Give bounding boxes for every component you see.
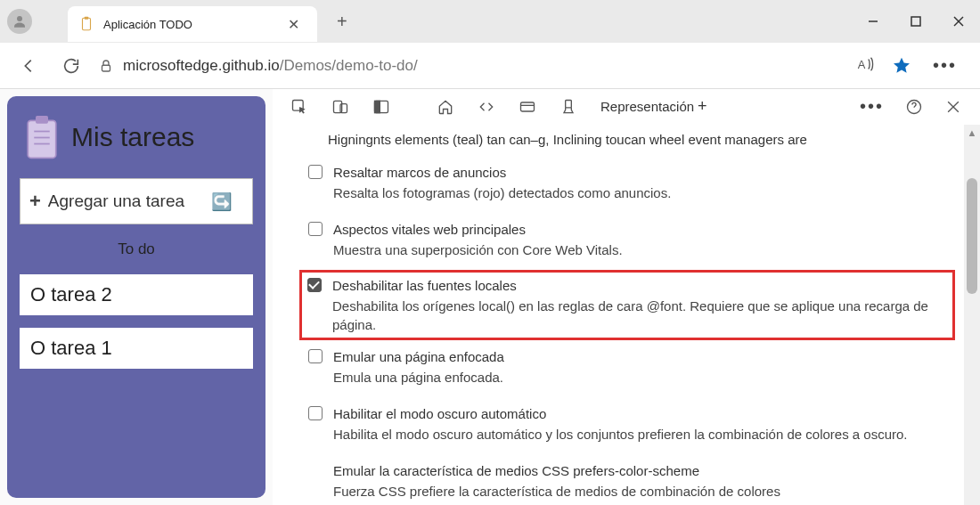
option-title: Emular una página enfocada [333, 347, 504, 366]
checkbox[interactable] [308, 222, 323, 236]
option-desc: Emula una página enfocada. [333, 368, 504, 387]
lock-icon [98, 58, 114, 74]
todo-app-panel: Mis tareas + Agregar una tarea ↪️ To do … [7, 96, 265, 498]
clipboard-icon [78, 16, 94, 32]
intro-text: Higningnts elements (teal) tan can–g, In… [328, 132, 955, 147]
svg-rect-22 [566, 100, 572, 107]
option-desc: Fuerza CSS prefiere la característica de… [333, 482, 780, 501]
option-desc: Resalta los fotogramas (rojo) detectados… [333, 183, 671, 202]
devtools-toolbar: Representación + ••• [273, 89, 980, 125]
svg-text:A: A [858, 57, 866, 70]
app-header: Mis tareas [20, 109, 253, 166]
tab-title: Aplicación TODO [103, 18, 192, 31]
checkbox[interactable] [308, 349, 323, 363]
task-item[interactable]: O tarea 1 [20, 328, 253, 369]
option-title: Habilitar el modo oscuro automático [333, 404, 908, 423]
maximize-button[interactable] [894, 0, 937, 43]
rendering-options-list: Higningnts elements (teal) tan can–g, In… [273, 125, 964, 505]
clipboard-icon [23, 116, 61, 159]
svg-rect-20 [521, 102, 535, 111]
task-item[interactable]: O tarea 2 [20, 274, 253, 315]
svg-rect-19 [375, 101, 380, 112]
browser-tab[interactable]: Aplicación TODO ✕ [68, 6, 317, 42]
profile-icon[interactable] [7, 9, 32, 34]
devtools-menu-button[interactable]: ••• [854, 96, 889, 117]
option-highlight-ad-frames: Resaltar marcos de anuncios Resalta los … [308, 156, 955, 213]
option-core-web-vitals: Aspectos vitales web principales Muestra… [308, 213, 955, 270]
tab-close-icon[interactable]: ✕ [284, 16, 303, 33]
window-titlebar: Aplicación TODO ✕ + [0, 0, 980, 43]
app-title: Mis tareas [71, 122, 194, 152]
svg-rect-2 [85, 17, 89, 20]
add-task-label: Agregar una tarea [48, 191, 184, 211]
plus-icon: + [29, 190, 41, 213]
svg-rect-7 [102, 65, 110, 71]
option-desc: Muestra una superposición con Core Web V… [333, 240, 623, 259]
favorite-star-icon[interactable] [892, 56, 911, 76]
option-desc: Habilita el modo oscuro automático y los… [333, 425, 908, 444]
scroll-up-arrow[interactable]: ▲ [964, 125, 980, 141]
panel-left-icon[interactable] [367, 93, 396, 121]
svg-point-0 [17, 16, 22, 21]
option-title: Deshabilitar las fuentes locales [332, 276, 947, 295]
option-disable-local-fonts: Deshabilitar las fuentes locales Deshabi… [299, 270, 955, 340]
scrollbar[interactable]: ▲ [964, 125, 980, 505]
svg-rect-4 [911, 17, 920, 26]
back-button[interactable] [12, 50, 45, 82]
inspect-icon[interactable] [285, 93, 314, 121]
option-emulate-focused-page: Emular una página enfocada Emula una pág… [308, 340, 955, 397]
read-aloud-icon[interactable]: A [856, 54, 876, 77]
url-path: /Demos/demo-to-do/ [280, 57, 418, 74]
section-label: To do [20, 237, 253, 262]
home-icon[interactable] [431, 93, 460, 121]
close-window-button[interactable] [937, 0, 980, 43]
checkbox[interactable] [308, 406, 323, 420]
close-devtools-button[interactable] [939, 93, 968, 121]
option-title: Aspectos vitales web principales [333, 220, 623, 239]
option-auto-dark-mode: Habilitar el modo oscuro automático Habi… [308, 397, 955, 454]
url-domain: microsoftedge.github.io [123, 57, 280, 74]
code-icon[interactable] [472, 93, 501, 121]
svg-rect-9 [28, 120, 56, 158]
checkbox[interactable] [307, 278, 322, 292]
card-icon[interactable] [513, 93, 542, 121]
plus-icon: + [698, 97, 707, 116]
help-icon[interactable] [900, 93, 928, 121]
option-title: Resaltar marcos de anuncios [333, 163, 671, 182]
arrow-emoji-icon: ↪️ [211, 191, 233, 212]
tab-label: Representación [600, 99, 694, 114]
rendering-tab[interactable]: Representación + [595, 94, 713, 119]
add-task-button[interactable]: + Agregar una tarea ↪️ [20, 178, 253, 224]
refresh-button[interactable] [55, 50, 87, 82]
svg-rect-10 [36, 116, 48, 124]
browser-toolbar: microsoftedge.github.io/Demos/demo-to-do… [0, 43, 980, 89]
devtools-panel: Representación + ••• Higningnts elements… [273, 89, 980, 505]
address-bar[interactable]: microsoftedge.github.io/Demos/demo-to-do… [98, 57, 845, 75]
browser-menu-button[interactable]: ••• [927, 55, 962, 76]
window-controls [852, 0, 980, 43]
svg-rect-1 [83, 18, 91, 30]
checkbox[interactable] [308, 165, 323, 179]
option-title: Emular la característica de medios CSS p… [333, 461, 780, 480]
brush-icon[interactable] [554, 93, 583, 121]
scroll-thumb[interactable] [967, 178, 977, 294]
new-tab-button[interactable]: + [330, 8, 355, 36]
option-desc: Deshabilita los orígenes local() en las … [332, 297, 947, 334]
option-prefers-color-scheme: Emular la característica de medios CSS p… [308, 454, 955, 505]
minimize-button[interactable] [852, 0, 894, 43]
device-toggle-icon[interactable] [326, 93, 355, 121]
